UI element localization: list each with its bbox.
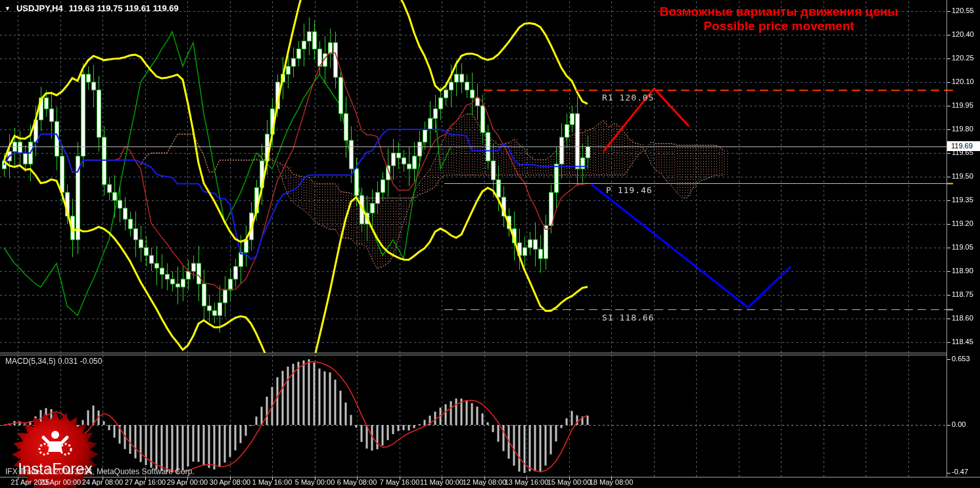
macd-axis-label: 0.653 (952, 355, 970, 363)
price-axis-label: 119.95 (952, 101, 973, 109)
price-axis-label: 119.05 (952, 243, 973, 251)
price-axis-label: 118.60 (952, 314, 973, 322)
chart-canvas[interactable] (0, 0, 980, 488)
price-axis-label: 119.35 (952, 196, 973, 204)
support-label-s1: S1 118.66 (602, 313, 654, 322)
resistance-label-r1: R1 120.05 (602, 93, 654, 102)
price-axis[interactable]: 120.55120.40120.25120.10119.95119.80119.… (947, 0, 980, 477)
price-axis-label: 118.90 (952, 267, 973, 275)
price-axis-label: 120.55 (952, 7, 974, 14)
chart-window: ▼ USDJPY,H4 119.63 119.75 119.61 119.69 … (0, 0, 980, 488)
macd-axis-label: -0.47 (952, 468, 968, 476)
macd-indicator-label: MACD(5,34,5) 0.031 -0.050 (5, 357, 102, 366)
price-axis-label: 119.20 (952, 219, 973, 227)
pivot-label-p: P 119.46 (606, 185, 653, 195)
symbol-period-label: USDJPY,H4 (16, 3, 63, 13)
title-ohlc-values: 119.63 119.75 119.61 119.69 (69, 3, 179, 13)
price-axis-label: 120.25 (952, 54, 974, 62)
price-axis-label: 119.50 (952, 172, 973, 180)
copyright-text: IFX Trader, © 2001-2014, MetaQuotes Soft… (5, 467, 195, 476)
current-price-tag: 119.69 (947, 141, 980, 151)
headline-russian: Возможные варианты движения цены (624, 5, 933, 19)
headline-english: Possible price movement (624, 19, 933, 33)
time-axis-label: 18 May 08:00 (581, 478, 642, 486)
price-axis-label: 120.40 (952, 30, 974, 38)
chart-title-bar: ▼ USDJPY,H4 119.63 119.75 119.61 119.69 (5, 3, 179, 13)
price-axis-label: 120.10 (952, 78, 974, 85)
price-axis-label: 118.45 (952, 338, 973, 345)
price-axis-label: 119.80 (952, 125, 973, 133)
time-axis[interactable]: 21 Apr 201523 Apr 00:0024 Apr 08:0027 Ap… (0, 477, 980, 488)
price-axis-label: 118.75 (952, 290, 973, 298)
symbol-dropdown-icon[interactable]: ▼ (5, 5, 11, 12)
annotation-headline: Возможные варианты движения цены Possibl… (624, 5, 933, 33)
macd-axis-label: 0.00 (952, 420, 966, 428)
